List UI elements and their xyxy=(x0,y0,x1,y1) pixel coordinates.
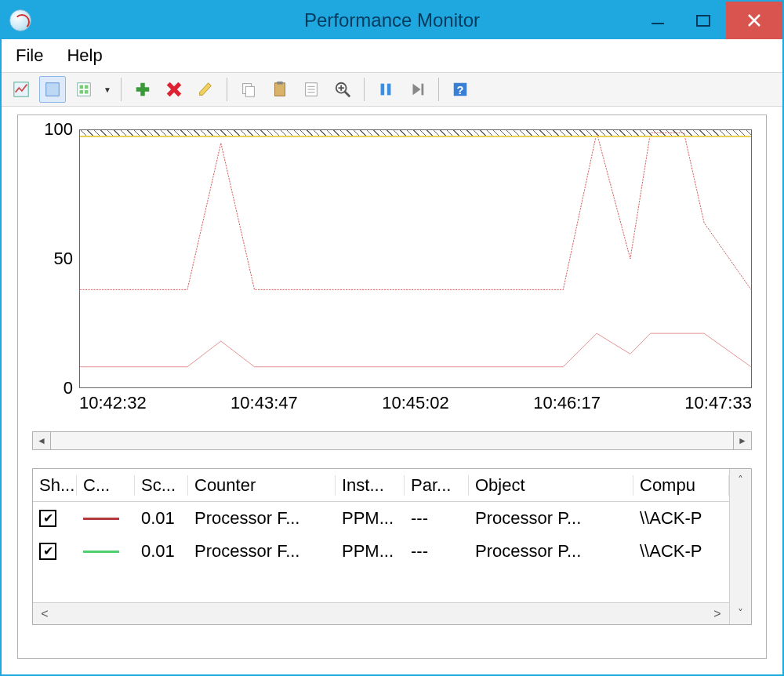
svg-rect-19 xyxy=(277,82,282,85)
svg-rect-31 xyxy=(422,84,424,96)
menu-help[interactable]: Help xyxy=(67,45,102,66)
view-chart-button[interactable] xyxy=(8,76,34,103)
view-histogram-button[interactable] xyxy=(39,76,66,103)
toolbar: ▼ ? xyxy=(2,72,782,107)
svg-rect-5 xyxy=(46,83,60,96)
hscroll-left-icon[interactable]: < xyxy=(33,603,56,624)
ytick-100: 100 xyxy=(44,119,73,140)
col-instance[interactable]: Inst... xyxy=(336,475,405,496)
col-scale[interactable]: Sc... xyxy=(135,475,188,496)
cell-object: Processor P... xyxy=(469,508,633,529)
show-checkbox[interactable]: ✔ xyxy=(39,510,56,527)
chart: 100 50 0 xyxy=(32,129,752,388)
cell-counter: Processor F... xyxy=(188,541,336,562)
show-checkbox[interactable]: ✔ xyxy=(39,543,56,560)
grid-header[interactable]: Sh... C... Sc... Counter Inst... Par... … xyxy=(33,469,729,502)
close-button[interactable] xyxy=(726,2,782,39)
hscroll-right-icon[interactable]: > xyxy=(706,603,729,624)
view-report-button[interactable] xyxy=(71,76,97,103)
freeze-display-button[interactable] xyxy=(372,76,399,103)
svg-rect-18 xyxy=(275,83,285,96)
plot-area[interactable] xyxy=(79,129,752,388)
scroll-left-icon[interactable]: ◄ xyxy=(32,431,51,450)
highlight-button[interactable] xyxy=(192,76,219,103)
grid-hscroll[interactable]: < > xyxy=(33,602,729,624)
menu-bar: File Help xyxy=(2,39,782,72)
chart-lines xyxy=(80,130,751,387)
svg-rect-10 xyxy=(85,90,89,94)
col-counter[interactable]: Counter xyxy=(188,475,336,496)
copy-button[interactable] xyxy=(235,76,262,103)
titlebar[interactable]: Performance Monitor xyxy=(2,2,782,39)
minimize-button[interactable] xyxy=(635,2,681,39)
zoom-button[interactable] xyxy=(329,76,356,103)
help-button[interactable]: ? xyxy=(447,76,474,103)
vscroll-down-icon[interactable]: ˅ xyxy=(730,602,751,624)
svg-marker-15 xyxy=(200,83,212,96)
xtick-0: 10:42:32 xyxy=(79,393,147,413)
table-row[interactable]: ✔0.01Processor F...PPM...---Processor P.… xyxy=(33,535,729,568)
svg-text:?: ? xyxy=(457,84,464,96)
system-menu-icon[interactable] xyxy=(9,9,31,31)
svg-rect-29 xyxy=(387,84,391,96)
properties-button[interactable] xyxy=(298,76,325,103)
svg-rect-7 xyxy=(80,85,84,89)
svg-rect-1 xyxy=(697,16,710,26)
time-scrollbar[interactable]: ◄ ► xyxy=(32,431,752,451)
col-parent[interactable]: Par... xyxy=(405,475,469,496)
update-data-button[interactable] xyxy=(404,76,430,103)
y-axis: 100 50 0 xyxy=(32,129,79,388)
view-dropdown-icon[interactable]: ▼ xyxy=(102,85,113,94)
xtick-2: 10:45:02 xyxy=(382,393,449,413)
color-swatch xyxy=(83,551,119,553)
color-swatch xyxy=(83,518,119,520)
svg-line-25 xyxy=(345,92,350,96)
menu-file[interactable]: File xyxy=(16,45,43,66)
grid-vscroll[interactable]: ˄ ˅ xyxy=(729,469,751,624)
content-area: 100 50 0 10:42:32 10:43:47 10:45:02 10:4… xyxy=(17,114,767,659)
cell-object: Processor P... xyxy=(469,541,633,562)
cell-instance: PPM... xyxy=(336,508,405,529)
svg-rect-8 xyxy=(85,85,89,89)
scroll-track[interactable] xyxy=(51,431,733,450)
cell-parent: --- xyxy=(405,541,469,562)
x-axis: 10:42:32 10:43:47 10:45:02 10:46:17 10:4… xyxy=(32,393,752,413)
cell-computer: \\ACK-P xyxy=(633,508,729,529)
ytick-50: 50 xyxy=(54,249,73,269)
col-object[interactable]: Object xyxy=(469,475,633,496)
xtick-3: 10:46:17 xyxy=(533,393,601,413)
maximize-button[interactable] xyxy=(681,2,726,39)
col-color[interactable]: C... xyxy=(77,475,135,496)
ytick-0: 0 xyxy=(64,378,73,398)
scroll-right-icon[interactable]: ► xyxy=(733,431,752,450)
window-title: Performance Monitor xyxy=(304,9,480,31)
cell-scale: 0.01 xyxy=(135,541,188,562)
col-computer[interactable]: Compu xyxy=(633,475,729,496)
cell-counter: Processor F... xyxy=(188,508,336,529)
xtick-1: 10:43:47 xyxy=(230,393,298,413)
svg-rect-9 xyxy=(80,90,84,94)
svg-rect-28 xyxy=(381,84,385,96)
svg-marker-30 xyxy=(413,84,421,96)
cell-instance: PPM... xyxy=(336,541,405,562)
app-window: Performance Monitor File Help ▼ xyxy=(0,0,784,676)
cell-parent: --- xyxy=(405,508,469,529)
xtick-4: 10:47:33 xyxy=(684,393,752,413)
table-row[interactable]: ✔0.01Processor F...PPM...---Processor P.… xyxy=(33,502,729,535)
cell-computer: \\ACK-P xyxy=(633,541,729,562)
cell-scale: 0.01 xyxy=(135,508,188,529)
delete-counter-button[interactable] xyxy=(161,76,187,103)
svg-rect-17 xyxy=(245,86,254,96)
paste-button[interactable] xyxy=(267,76,293,103)
counter-grid: Sh... C... Sc... Counter Inst... Par... … xyxy=(32,468,752,625)
threshold-line xyxy=(80,136,751,137)
svg-rect-6 xyxy=(78,83,91,96)
add-counter-button[interactable] xyxy=(129,76,156,103)
vscroll-up-icon[interactable]: ˄ xyxy=(730,469,751,491)
col-show[interactable]: Sh... xyxy=(33,475,77,496)
